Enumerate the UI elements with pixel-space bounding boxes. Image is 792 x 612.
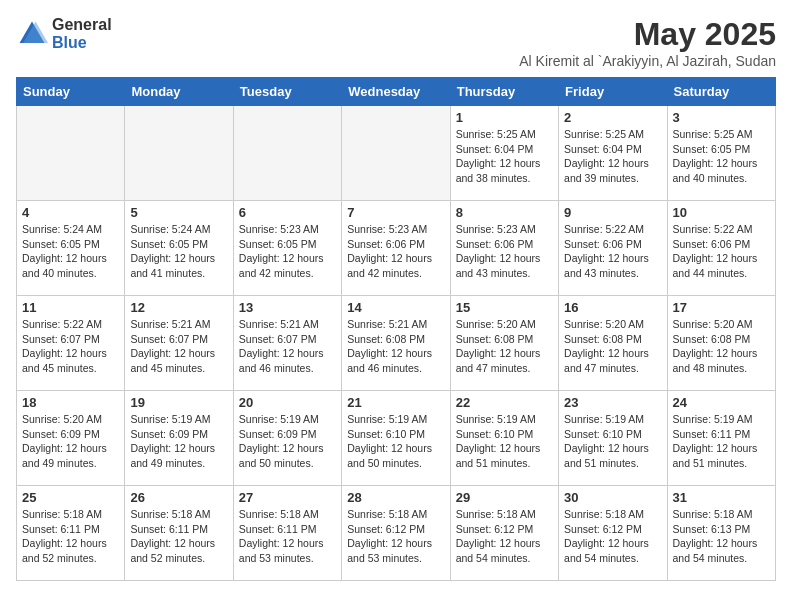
day-info: Sunrise: 5:25 AM Sunset: 6:04 PM Dayligh… [456,127,553,186]
day-info: Sunrise: 5:18 AM Sunset: 6:11 PM Dayligh… [239,507,336,566]
calendar-cell: 8Sunrise: 5:23 AM Sunset: 6:06 PM Daylig… [450,201,558,296]
day-info: Sunrise: 5:18 AM Sunset: 6:11 PM Dayligh… [22,507,119,566]
logo: General Blue [16,16,112,51]
logo-general-text: General [52,16,112,34]
day-number: 15 [456,300,553,315]
day-info: Sunrise: 5:23 AM Sunset: 6:06 PM Dayligh… [347,222,444,281]
calendar-cell: 19Sunrise: 5:19 AM Sunset: 6:09 PM Dayli… [125,391,233,486]
day-number: 17 [673,300,770,315]
calendar-cell [233,106,341,201]
calendar-cell: 28Sunrise: 5:18 AM Sunset: 6:12 PM Dayli… [342,486,450,581]
subtitle: Al Kiremit al `Arakiyyin, Al Jazirah, Su… [519,53,776,69]
day-info: Sunrise: 5:20 AM Sunset: 6:08 PM Dayligh… [456,317,553,376]
day-info: Sunrise: 5:21 AM Sunset: 6:07 PM Dayligh… [239,317,336,376]
day-info: Sunrise: 5:25 AM Sunset: 6:04 PM Dayligh… [564,127,661,186]
calendar-cell: 14Sunrise: 5:21 AM Sunset: 6:08 PM Dayli… [342,296,450,391]
calendar-table: SundayMondayTuesdayWednesdayThursdayFrid… [16,77,776,581]
day-number: 26 [130,490,227,505]
calendar-cell [125,106,233,201]
day-number: 28 [347,490,444,505]
day-number: 7 [347,205,444,220]
day-number: 11 [22,300,119,315]
day-number: 19 [130,395,227,410]
calendar-cell: 27Sunrise: 5:18 AM Sunset: 6:11 PM Dayli… [233,486,341,581]
day-number: 10 [673,205,770,220]
calendar-cell: 22Sunrise: 5:19 AM Sunset: 6:10 PM Dayli… [450,391,558,486]
day-number: 5 [130,205,227,220]
day-info: Sunrise: 5:24 AM Sunset: 6:05 PM Dayligh… [22,222,119,281]
day-number: 13 [239,300,336,315]
day-info: Sunrise: 5:18 AM Sunset: 6:13 PM Dayligh… [673,507,770,566]
logo-blue-text: Blue [52,34,112,52]
calendar-cell: 1Sunrise: 5:25 AM Sunset: 6:04 PM Daylig… [450,106,558,201]
day-number: 25 [22,490,119,505]
day-number: 22 [456,395,553,410]
calendar-header: SundayMondayTuesdayWednesdayThursdayFrid… [17,78,776,106]
calendar-cell: 6Sunrise: 5:23 AM Sunset: 6:05 PM Daylig… [233,201,341,296]
day-info: Sunrise: 5:19 AM Sunset: 6:10 PM Dayligh… [347,412,444,471]
day-number: 1 [456,110,553,125]
week-row-5: 25Sunrise: 5:18 AM Sunset: 6:11 PM Dayli… [17,486,776,581]
day-number: 16 [564,300,661,315]
day-info: Sunrise: 5:19 AM Sunset: 6:09 PM Dayligh… [130,412,227,471]
day-info: Sunrise: 5:23 AM Sunset: 6:06 PM Dayligh… [456,222,553,281]
weekday-header-monday: Monday [125,78,233,106]
weekday-header-sunday: Sunday [17,78,125,106]
day-number: 14 [347,300,444,315]
calendar-cell: 16Sunrise: 5:20 AM Sunset: 6:08 PM Dayli… [559,296,667,391]
calendar-cell: 18Sunrise: 5:20 AM Sunset: 6:09 PM Dayli… [17,391,125,486]
day-number: 23 [564,395,661,410]
calendar-cell [17,106,125,201]
day-number: 29 [456,490,553,505]
calendar-cell: 17Sunrise: 5:20 AM Sunset: 6:08 PM Dayli… [667,296,775,391]
calendar-cell: 20Sunrise: 5:19 AM Sunset: 6:09 PM Dayli… [233,391,341,486]
calendar-cell: 30Sunrise: 5:18 AM Sunset: 6:12 PM Dayli… [559,486,667,581]
day-info: Sunrise: 5:19 AM Sunset: 6:10 PM Dayligh… [564,412,661,471]
calendar-cell: 13Sunrise: 5:21 AM Sunset: 6:07 PM Dayli… [233,296,341,391]
calendar-cell: 25Sunrise: 5:18 AM Sunset: 6:11 PM Dayli… [17,486,125,581]
logo-text: General Blue [52,16,112,51]
month-title: May 2025 [519,16,776,53]
weekday-header-wednesday: Wednesday [342,78,450,106]
day-number: 20 [239,395,336,410]
day-number: 24 [673,395,770,410]
logo-icon [16,18,48,50]
weekday-header-friday: Friday [559,78,667,106]
day-info: Sunrise: 5:19 AM Sunset: 6:11 PM Dayligh… [673,412,770,471]
day-info: Sunrise: 5:18 AM Sunset: 6:12 PM Dayligh… [347,507,444,566]
day-number: 2 [564,110,661,125]
day-info: Sunrise: 5:18 AM Sunset: 6:12 PM Dayligh… [564,507,661,566]
day-number: 12 [130,300,227,315]
calendar-cell: 10Sunrise: 5:22 AM Sunset: 6:06 PM Dayli… [667,201,775,296]
day-info: Sunrise: 5:21 AM Sunset: 6:08 PM Dayligh… [347,317,444,376]
day-number: 9 [564,205,661,220]
day-number: 30 [564,490,661,505]
calendar-cell: 21Sunrise: 5:19 AM Sunset: 6:10 PM Dayli… [342,391,450,486]
calendar-cell: 15Sunrise: 5:20 AM Sunset: 6:08 PM Dayli… [450,296,558,391]
day-info: Sunrise: 5:23 AM Sunset: 6:05 PM Dayligh… [239,222,336,281]
calendar-cell: 4Sunrise: 5:24 AM Sunset: 6:05 PM Daylig… [17,201,125,296]
day-info: Sunrise: 5:22 AM Sunset: 6:06 PM Dayligh… [673,222,770,281]
day-info: Sunrise: 5:21 AM Sunset: 6:07 PM Dayligh… [130,317,227,376]
calendar-cell: 2Sunrise: 5:25 AM Sunset: 6:04 PM Daylig… [559,106,667,201]
calendar-cell: 11Sunrise: 5:22 AM Sunset: 6:07 PM Dayli… [17,296,125,391]
day-info: Sunrise: 5:18 AM Sunset: 6:11 PM Dayligh… [130,507,227,566]
week-row-3: 11Sunrise: 5:22 AM Sunset: 6:07 PM Dayli… [17,296,776,391]
calendar-cell: 31Sunrise: 5:18 AM Sunset: 6:13 PM Dayli… [667,486,775,581]
calendar-cell: 9Sunrise: 5:22 AM Sunset: 6:06 PM Daylig… [559,201,667,296]
calendar-cell: 29Sunrise: 5:18 AM Sunset: 6:12 PM Dayli… [450,486,558,581]
header: General Blue May 2025 Al Kiremit al `Ara… [16,16,776,69]
title-area: May 2025 Al Kiremit al `Arakiyyin, Al Ja… [519,16,776,69]
calendar-cell: 23Sunrise: 5:19 AM Sunset: 6:10 PM Dayli… [559,391,667,486]
day-info: Sunrise: 5:18 AM Sunset: 6:12 PM Dayligh… [456,507,553,566]
calendar-cell: 7Sunrise: 5:23 AM Sunset: 6:06 PM Daylig… [342,201,450,296]
calendar-cell: 12Sunrise: 5:21 AM Sunset: 6:07 PM Dayli… [125,296,233,391]
weekday-row: SundayMondayTuesdayWednesdayThursdayFrid… [17,78,776,106]
day-info: Sunrise: 5:20 AM Sunset: 6:09 PM Dayligh… [22,412,119,471]
day-number: 21 [347,395,444,410]
calendar-cell: 5Sunrise: 5:24 AM Sunset: 6:05 PM Daylig… [125,201,233,296]
week-row-2: 4Sunrise: 5:24 AM Sunset: 6:05 PM Daylig… [17,201,776,296]
calendar-cell [342,106,450,201]
weekday-header-tuesday: Tuesday [233,78,341,106]
day-info: Sunrise: 5:19 AM Sunset: 6:09 PM Dayligh… [239,412,336,471]
